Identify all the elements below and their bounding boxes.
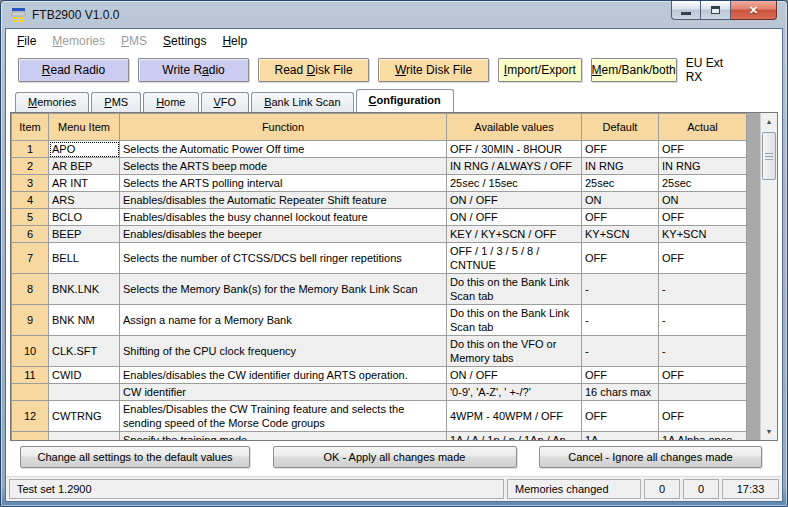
cell-item: 3 <box>12 175 49 192</box>
cell-actual[interactable]: OFF <box>659 209 747 226</box>
cell-values: OFF / 1 / 3 / 5 / 8 / CNTNUE <box>447 243 582 274</box>
cell-def: ON <box>582 192 659 209</box>
cell-actual[interactable]: ON <box>659 192 747 209</box>
cell-func: Enables/disables the beeper <box>120 226 447 243</box>
cell-values: Do this on the Bank Link Scan tab <box>447 305 582 336</box>
cell-actual[interactable] <box>659 384 747 401</box>
cell-actual[interactable]: 25sec <box>659 175 747 192</box>
mem-bank-both-button[interactable]: Mem/Bank/both <box>591 58 677 82</box>
cell-menu[interactable]: AR BEP <box>49 158 120 175</box>
table-row: 5BCLOEnables/disables the busy channel l… <box>12 209 747 226</box>
status-memories-changed: Memories changed <box>507 479 641 499</box>
cell-menu[interactable]: AR INT <box>49 175 120 192</box>
cell-menu[interactable]: BELL <box>49 243 120 274</box>
grid-filler <box>747 113 760 440</box>
table-row: 2AR BEPSelects the ARTS beep modeIN RNG … <box>12 158 747 175</box>
cell-actual[interactable]: OFF <box>659 367 747 384</box>
status-clock: 17:33 <box>722 479 779 499</box>
cell-actual[interactable]: KY+SCN <box>659 226 747 243</box>
cell-values: 25sec / 15sec <box>447 175 582 192</box>
scrollbar-thumb[interactable] <box>762 132 776 180</box>
cell-item: 1 <box>12 141 49 158</box>
menu-file[interactable]: File <box>9 31 44 51</box>
cell-def: - <box>582 274 659 305</box>
table-row: 3AR INTSelects the ARTS polling interval… <box>12 175 747 192</box>
cell-actual[interactable]: OFF <box>659 401 747 432</box>
cell-def: OFF <box>582 209 659 226</box>
defaults-button[interactable]: Change all settings to the default value… <box>20 446 250 468</box>
title-bar: FTB2900 V1.0.0 ✕ <box>5 1 783 28</box>
app-icon[interactable] <box>11 7 27 22</box>
menu-help[interactable]: Help <box>214 31 255 51</box>
cell-values: KEY / KY+SCN / OFF <box>447 226 582 243</box>
cell-item: 7 <box>12 243 49 274</box>
scroll-down-button[interactable]: ▼ <box>761 423 777 440</box>
cell-menu[interactable] <box>49 432 120 442</box>
cell-actual[interactable]: 1A Alpha once <box>659 432 747 442</box>
cell-func: Selects the Memory Bank(s) for the Memor… <box>120 274 447 305</box>
tab-pms[interactable]: PMS <box>91 92 141 112</box>
column-header-available-values: Available values <box>447 114 582 141</box>
table-row: 6BEEPEnables/disables the beeperKEY / KY… <box>12 226 747 243</box>
cell-menu[interactable]: BEEP <box>49 226 120 243</box>
write-disk-file-button[interactable]: Write Disk File <box>378 58 489 82</box>
close-button[interactable]: ✕ <box>731 1 777 20</box>
read-disk-file-button[interactable]: Read Disk File <box>258 58 369 82</box>
status-count-2: 0 <box>683 479 719 499</box>
cell-def: OFF <box>582 401 659 432</box>
cell-values: Do this on the Bank Link Scan tab <box>447 274 582 305</box>
table-row: 4ARSEnables/disables the Automatic Repea… <box>12 192 747 209</box>
cell-values: ON / OFF <box>447 209 582 226</box>
read-radio-button[interactable]: Read Radio <box>18 58 129 82</box>
cell-func: Selects the Automatic Power Off time <box>120 141 447 158</box>
cell-menu[interactable]: APO <box>49 141 120 158</box>
import-export-button[interactable]: Import/Export <box>498 58 582 82</box>
table-row: 11CWIDEnables/disables the CW identifier… <box>12 367 747 384</box>
cell-func: CW identifier <box>120 384 447 401</box>
vertical-scrollbar[interactable]: ▲ ▼ <box>760 113 777 440</box>
cell-values: 1A / A / 1n / n / 1An / An <box>447 432 582 442</box>
column-header-menu-item: Menu Item <box>49 114 120 141</box>
tab-memories[interactable]: Memories <box>15 92 89 112</box>
cell-item: 4 <box>12 192 49 209</box>
cell-values: Do this on the VFO or Memory tabs <box>447 336 582 367</box>
cell-menu[interactable]: CLK.SFT <box>49 336 120 367</box>
maximize-button[interactable] <box>701 1 731 20</box>
scroll-up-button[interactable]: ▲ <box>761 113 777 130</box>
tab-configuration[interactable]: Configuration <box>356 89 454 112</box>
ok-apply-button[interactable]: OK - Apply all changes made <box>273 446 517 468</box>
cell-func: Specify the training mode <box>120 432 447 442</box>
cell-def: 25sec <box>582 175 659 192</box>
cell-item: 5 <box>12 209 49 226</box>
tab-home[interactable]: Home <box>143 92 198 112</box>
write-radio-button[interactable]: Write Radio <box>138 58 249 82</box>
table-row: Specify the training mode1A / A / 1n / n… <box>12 432 747 442</box>
tab-vfo[interactable]: VFO <box>201 92 250 112</box>
cell-menu[interactable]: CWID <box>49 367 120 384</box>
cell-actual[interactable]: OFF <box>659 141 747 158</box>
cell-menu[interactable] <box>49 384 120 401</box>
menu-settings[interactable]: Settings <box>155 31 214 51</box>
cell-menu[interactable]: BNK NM <box>49 305 120 336</box>
cell-actual[interactable]: - <box>659 336 747 367</box>
cell-actual[interactable]: - <box>659 274 747 305</box>
table-row: 10CLK.SFTShifting of the CPU clock frequ… <box>12 336 747 367</box>
cell-def: 16 chars max <box>582 384 659 401</box>
table-row: 8BNK.LNKSelects the Memory Bank(s) for t… <box>12 274 747 305</box>
cell-menu[interactable]: CWTRNG <box>49 401 120 432</box>
tab-bank-link-scan[interactable]: Bank Link Scan <box>251 92 353 112</box>
cell-actual[interactable]: - <box>659 305 747 336</box>
cell-actual[interactable]: OFF <box>659 243 747 274</box>
cancel-button[interactable]: Cancel - Ignore all changes made <box>539 446 762 468</box>
cell-func: Enables/Disables the CW Training feature… <box>120 401 447 432</box>
cell-values: '0-9', 'A-Z', ' +-/?' <box>447 384 582 401</box>
cell-menu[interactable]: ARS <box>49 192 120 209</box>
cell-actual[interactable]: IN RNG <box>659 158 747 175</box>
cell-values: ON / OFF <box>447 367 582 384</box>
minimize-button[interactable] <box>671 1 701 20</box>
cell-menu[interactable]: BNK.LNK <box>49 274 120 305</box>
cell-def: IN RNG <box>582 158 659 175</box>
cell-menu[interactable]: BCLO <box>49 209 120 226</box>
table-row: 1APOSelects the Automatic Power Off time… <box>12 141 747 158</box>
cell-item: 8 <box>12 274 49 305</box>
